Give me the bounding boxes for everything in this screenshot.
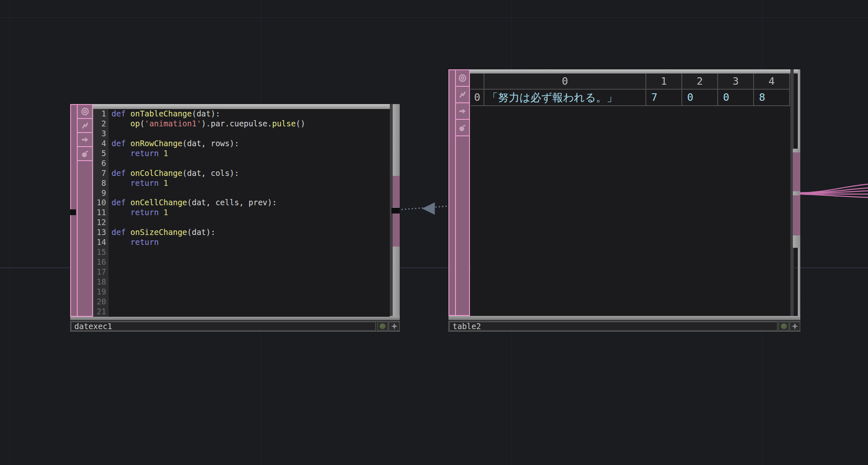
output-connector-bar[interactable]	[393, 214, 400, 247]
input-connector[interactable]	[70, 209, 76, 215]
code-line: 3	[93, 129, 390, 139]
line-number: 1	[93, 109, 109, 119]
code-text: return 1	[109, 208, 390, 218]
status-dot-icon	[781, 323, 787, 329]
status-dot-button[interactable]	[377, 322, 388, 331]
lock-flag-button[interactable]	[78, 147, 92, 161]
code-line: 1def onTableChange(dat):	[93, 109, 390, 119]
status-dot-button[interactable]	[778, 322, 789, 331]
table-row-header: 0	[471, 90, 484, 106]
output-connector-bar[interactable]	[793, 152, 800, 191]
line-number: 16	[93, 257, 109, 267]
bypass-flag-button[interactable]	[456, 87, 469, 103]
dat-code-viewer[interactable]: 1def onTableChange(dat):2 op('animation1…	[93, 109, 390, 317]
table-column-header	[471, 74, 484, 90]
code-text	[109, 247, 390, 257]
lock-flag-icon	[458, 123, 467, 132]
node-name-bar: table2	[448, 321, 800, 332]
viewer-flag-button[interactable]	[456, 70, 469, 87]
code-text: return 1	[109, 178, 390, 188]
viewer-flag-button[interactable]	[78, 105, 92, 119]
code-text	[109, 218, 390, 228]
datexec1-node[interactable]: 1def onTableChange(dat):2 op('animation1…	[70, 103, 400, 332]
code-text: def onTableChange(dat):	[109, 109, 390, 119]
line-number: 8	[93, 178, 109, 188]
table2-node[interactable]: 01234 0「努力は必ず報われる。」7008 table2	[448, 69, 800, 332]
input-connector-bar[interactable]	[449, 70, 456, 315]
line-number: 3	[93, 129, 109, 139]
code-text: return 1	[109, 149, 390, 159]
output-connector-bar[interactable]	[393, 176, 400, 207]
viewer-flag-icon	[81, 107, 90, 116]
code-line: 8 return 1	[93, 178, 390, 188]
code-line: 12	[93, 218, 390, 228]
input-connector-bar[interactable]	[71, 105, 78, 316]
line-number: 13	[93, 228, 109, 237]
dock-flag-button[interactable]	[78, 133, 92, 147]
code-line: 7def onColChange(dat, cols):	[93, 168, 390, 178]
code-line: 18	[93, 277, 390, 287]
code-text	[109, 129, 390, 139]
code-text: def onColChange(dat, cols):	[109, 168, 390, 178]
table-column-header: 3	[718, 74, 754, 90]
line-number: 18	[93, 277, 109, 287]
table-column-header: 4	[754, 74, 790, 90]
line-number: 5	[93, 149, 109, 159]
bypass-flag-button[interactable]	[78, 119, 92, 133]
code-line: 11 return 1	[93, 208, 390, 218]
table-column-header: 1	[646, 74, 682, 90]
add-comment-button[interactable]	[389, 322, 400, 331]
code-line: 20	[93, 297, 390, 307]
lock-flag-button[interactable]	[456, 120, 469, 136]
node-name-field[interactable]: datexec1	[71, 322, 376, 331]
code-text: return	[109, 237, 390, 247]
node-frame	[469, 69, 800, 74]
table-row: 0「努力は必ず報われる。」7008	[471, 90, 790, 106]
table-column-header: 0	[484, 74, 646, 90]
code-text	[109, 188, 390, 198]
docked-wire[interactable]	[391, 206, 454, 210]
line-number: 2	[93, 119, 109, 129]
docked-output-connector[interactable]	[391, 208, 400, 214]
code-text	[109, 257, 390, 267]
table-cell[interactable]: 8	[754, 90, 790, 106]
table-cell[interactable]: 0	[682, 90, 718, 106]
add-comment-button[interactable]	[790, 322, 800, 331]
line-number: 9	[93, 188, 109, 198]
code-line: 17	[93, 267, 390, 277]
table-cell[interactable]: 7	[646, 90, 682, 106]
line-number: 21	[93, 307, 109, 317]
table-cell[interactable]: 「努力は必ず報われる。」	[484, 90, 646, 106]
bypass-flag-icon	[458, 90, 467, 99]
code-text	[109, 307, 390, 317]
line-number: 10	[93, 198, 109, 208]
bypass-flag-icon	[81, 121, 90, 130]
dock-flag-button[interactable]	[456, 103, 469, 120]
dock-flag-icon	[81, 135, 90, 144]
code-text: def onSizeChange(dat):	[109, 228, 390, 237]
node-name-field[interactable]: table2	[449, 322, 778, 331]
viewer-flag-icon	[458, 74, 467, 83]
output-connector-bar[interactable]	[793, 195, 800, 235]
code-line: 4def onRowChange(dat, rows):	[93, 139, 390, 149]
line-number: 17	[93, 267, 109, 277]
table-cell[interactable]: 0	[718, 90, 754, 106]
line-number: 19	[93, 287, 109, 297]
code-text: def onRowChange(dat, rows):	[109, 139, 390, 149]
code-line: 21	[93, 307, 390, 317]
dat-table-viewer[interactable]: 01234 0「努力は必ず報われる。」7008	[471, 74, 790, 316]
node-name-bar: datexec1	[70, 321, 400, 332]
code-line: 19	[93, 287, 390, 297]
line-number: 12	[93, 218, 109, 228]
network-editor[interactable]: 1def onTableChange(dat):2 op('animation1…	[0, 0, 868, 465]
code-line: 9	[93, 188, 390, 198]
node-name-label: datexec1	[74, 322, 112, 331]
code-text: op('animation1').par.cuepulse.pulse()	[109, 119, 390, 129]
docked-wire-arrow-icon	[422, 202, 435, 215]
code-line: 13def onSizeChange(dat):	[93, 228, 390, 237]
output-wires[interactable]	[799, 184, 868, 197]
code-line: 15	[93, 247, 390, 257]
line-number: 4	[93, 139, 109, 149]
code-text	[109, 277, 390, 287]
code-text	[109, 267, 390, 277]
